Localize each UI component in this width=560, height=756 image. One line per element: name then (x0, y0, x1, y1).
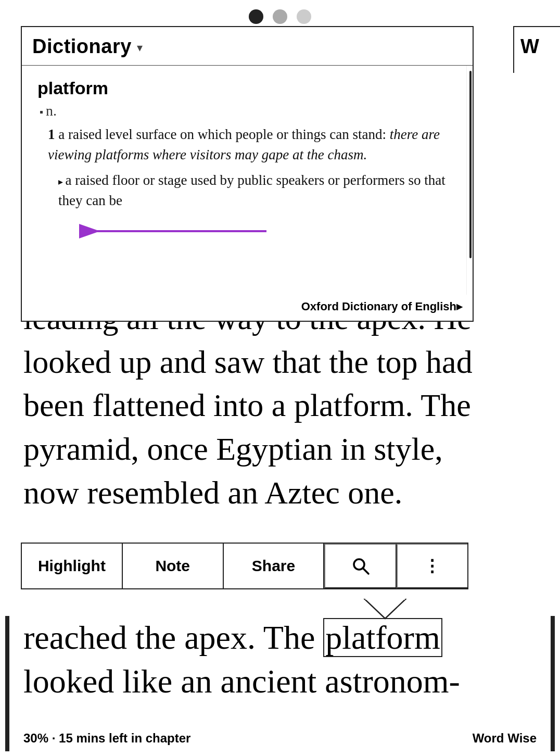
bottom-line-2: looked like an ancient astronom- (23, 660, 537, 703)
dictionary-content: platform n. 1 a raised level surface on … (22, 66, 473, 295)
book-line-5: now resembled an Aztec one. (23, 471, 537, 515)
dictionary-panel: Dictionary ▾ platform n. 1 a raised leve… (21, 26, 474, 322)
progress-text: 30% · 15 mins left in chapter (23, 731, 190, 746)
def-text: a raised level surface on which people o… (58, 127, 386, 142)
footer: 30% · 15 mins left in chapter Word Wise (23, 731, 537, 746)
svg-line-3 (363, 568, 368, 574)
dot-2[interactable] (273, 9, 287, 24)
action-toolbar: Highlight Note Share ⋮ (21, 543, 468, 589)
word-wise-label: Word Wise (473, 731, 537, 746)
highlight-button[interactable]: Highlight (22, 544, 123, 588)
platform-word-box: platform (323, 618, 442, 657)
search-button[interactable] (324, 544, 396, 588)
dictionary-chevron-icon[interactable]: ▾ (137, 41, 143, 55)
right-panel-letter: W (514, 27, 560, 66)
entry-pos: n. (40, 103, 457, 119)
bottom-line-1: reached the apex. The platform (23, 616, 537, 660)
dictionary-scrollbar[interactable] (466, 66, 473, 295)
book-text-area: leading all the way to the apex. He look… (0, 297, 560, 514)
search-icon (351, 557, 370, 575)
oxford-dictionary-link[interactable]: Oxford Dictionary of English▸ (22, 295, 473, 321)
dictionary-title: Dictionary (32, 35, 132, 58)
purple-arrow-icon (69, 221, 277, 242)
more-button[interactable]: ⋮ (397, 544, 467, 588)
entry-sub-def: a raised floor or stage used by public s… (37, 170, 457, 211)
scrollbar-thumb (469, 71, 472, 258)
purple-arrow-container (37, 221, 457, 244)
svg-marker-4 (364, 599, 406, 619)
right-panel-stub: W (513, 26, 560, 73)
dictionary-header[interactable]: Dictionary ▾ (22, 27, 473, 66)
def-number: 1 (48, 127, 55, 142)
book-line-4: pyramid, once Egyptian in style, (23, 427, 537, 471)
bottom-text-area: reached the apex. The platform looked li… (0, 616, 560, 704)
note-button[interactable]: Note (123, 544, 224, 588)
dot-3[interactable] (297, 9, 311, 24)
share-button[interactable]: Share (224, 544, 325, 588)
entry-definition: 1 a raised level surface on which people… (37, 124, 457, 165)
callout-pointer (333, 599, 437, 620)
book-line-2: looked up and saw that the top had (23, 341, 537, 384)
bottom-line1-before: reached the apex. The (23, 619, 323, 656)
entry-headword: platform (37, 78, 457, 98)
book-line-3: been flattened into a platform. The (23, 384, 537, 427)
dot-1[interactable] (249, 9, 263, 24)
more-icon: ⋮ (424, 556, 441, 576)
